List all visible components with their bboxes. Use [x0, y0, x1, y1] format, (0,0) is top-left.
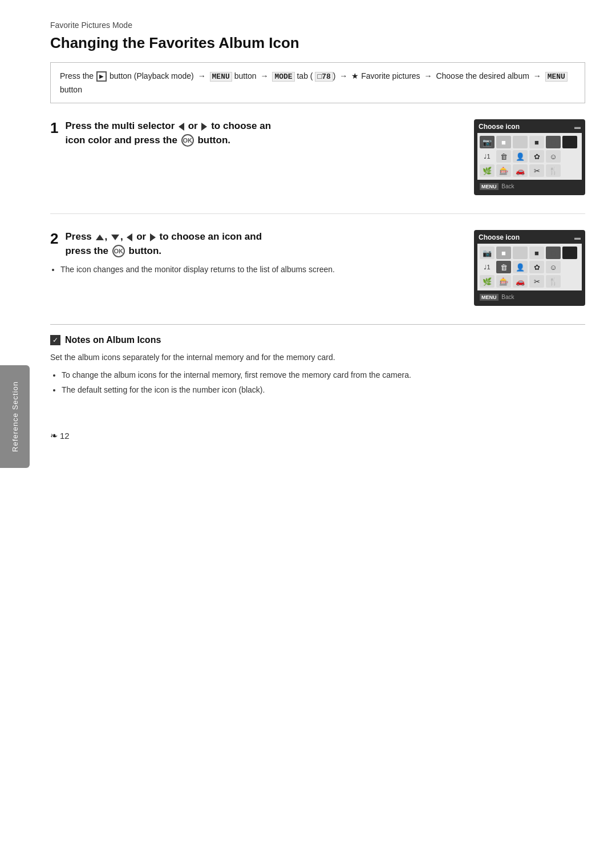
s2-icon-cell-3-1: 🌿	[480, 275, 495, 288]
step-2-text: 2 Press , , or to choose an icon andpres…	[50, 230, 458, 276]
screen-2-footer: MENU Back	[477, 293, 582, 301]
screen-1-row-3: 🌿 🎰 🚗 ✂ 🍴	[480, 164, 579, 177]
notes-bullet-2: The default setting for the icon is the …	[62, 383, 585, 396]
menu-label-1: MENU	[210, 72, 232, 82]
icon-cell-2-1: ♩1	[480, 150, 495, 163]
notes-checkbox-icon: ✓	[50, 335, 60, 345]
notes-section: ✓ Notes on Album Icons Set the album ico…	[50, 324, 585, 396]
step-1-section: 1 Press the multi selector or to choose …	[50, 119, 585, 195]
icon-cell-3-2: 🎰	[496, 164, 511, 177]
step-1-heading: Press the multi selector or to choose an…	[65, 119, 458, 147]
page-footer: ❧ 12	[50, 430, 585, 441]
s2-icon-cell-1-3	[513, 247, 528, 259]
page-title: Changing the Favorites Album Icon	[50, 34, 585, 52]
choose-album-text: Choose the desired album	[436, 71, 531, 80]
s2-icon-cell-2-4: ✿	[529, 261, 544, 273]
step-1-number: 1	[50, 120, 58, 135]
page-wrapper: Reference Section Favorite Pictures Mode…	[0, 0, 616, 848]
tri-left-icon-1	[179, 123, 184, 131]
menu-label-2: MENU	[545, 72, 568, 82]
screen-2-back-text: Back	[501, 294, 514, 300]
notes-header: ✓ Notes on Album Icons	[50, 335, 585, 345]
s2-icon-cell-1-1: 📷	[480, 247, 495, 259]
playback-icon: ▶	[96, 71, 107, 82]
step-2-number: 2	[50, 231, 58, 246]
icon-cell-3-5: 🍴	[546, 164, 561, 177]
icon-cell-1-2: ■	[496, 136, 511, 148]
sidebar-tab: Reference Section	[0, 365, 30, 468]
screen-1-grid: 📷 ■ ■ ■ ■ ♩1 🗑 👤 ✿ ☺	[477, 133, 582, 180]
tri-down-icon	[111, 235, 119, 240]
ok-button-1: OK	[181, 134, 194, 147]
screen-2-row-1: 📷 ■ ■ ■ ■	[480, 247, 579, 259]
notes-title: Notes on Album Icons	[65, 335, 161, 345]
s2-icon-cell-3-3: 🚗	[513, 275, 528, 288]
step-2-left: 2 Press , , or to choose an icon andpres…	[50, 230, 458, 278]
screen-1-title: Choose icon	[479, 123, 520, 131]
step-2-bullet-1: The icon changes and the monitor display…	[60, 264, 458, 276]
tri-up-icon	[96, 235, 104, 240]
icon-cell-3-4: ✂	[529, 164, 544, 177]
section-label: Favorite Pictures Mode	[50, 21, 585, 30]
screen-1-header: Choose icon ▬	[477, 123, 582, 131]
tri-right-icon-2	[150, 233, 156, 241]
s2-icon-cell-2-3: 👤	[513, 261, 528, 273]
step-divider	[50, 213, 585, 214]
main-content: Favorite Pictures Mode Changing the Favo…	[30, 0, 616, 848]
screen-2-header: Choose icon ▬	[477, 233, 582, 241]
s2-icon-cell-1-2: ■	[496, 247, 511, 259]
page-ref: □78	[315, 72, 333, 82]
icon-cell-1-5: ■	[546, 136, 561, 148]
s2-icon-cell-2-5: ☺	[546, 261, 561, 273]
screen-1-row-2: ♩1 🗑 👤 ✿ ☺	[480, 150, 579, 163]
screen-1-menu-text: MENU	[480, 183, 499, 190]
icon-cell-1-4: ■	[529, 136, 544, 148]
s2-icon-cell-1-6: ■	[562, 247, 577, 259]
screen-2-title: Choose icon	[479, 233, 520, 241]
s2-icon-cell-3-2: 🎰	[496, 275, 511, 288]
s2-icon-cell-1-5: ■	[546, 247, 561, 259]
footer-page-number: 12	[60, 431, 70, 441]
screen-1-footer: MENU Back	[477, 182, 582, 191]
s2-icon-cell-3-5: 🍴	[546, 275, 561, 288]
icon-cell-1-6: ■	[562, 136, 577, 148]
battery-icon-2: ▬	[574, 234, 581, 241]
screen-2-menu-text: MENU	[480, 294, 499, 301]
battery-icon-1: ▬	[574, 123, 581, 130]
icon-cell-2-2: 🗑	[496, 150, 511, 163]
screen-1-back-text: Back	[501, 183, 514, 189]
step-2-heading: Press , , or to choose an icon andpress …	[65, 230, 458, 258]
ok-button-2: OK	[112, 245, 125, 257]
icon-cell-3-3: 🚗	[513, 164, 528, 177]
screen-2-grid: 📷 ■ ■ ■ ■ ♩1 🗑 👤 ✿ ☺	[477, 244, 582, 290]
step-1-left: 1 Press the multi selector or to choose …	[50, 119, 458, 147]
screen-2-row-3: 🌿 🎰 🚗 ✂ 🍴	[480, 275, 579, 288]
sidebar: Reference Section	[0, 0, 30, 848]
sidebar-label: Reference Section	[11, 381, 19, 452]
icon-cell-3-1: 🌿	[480, 164, 495, 177]
s2-icon-cell-2-1: ♩1	[480, 261, 495, 273]
step-2-bullets: The icon changes and the monitor display…	[50, 264, 458, 276]
notes-bullet-1: To change the album icons for the intern…	[62, 369, 585, 381]
icon-cell-2-5: ☺	[546, 150, 561, 163]
s2-icon-cell-2-2: 🗑	[496, 261, 511, 273]
mode-label: MODE	[272, 72, 294, 82]
s2-icon-cell-3-4: ✂	[529, 275, 544, 288]
icon-cell-2-4: ✿	[529, 150, 544, 163]
notes-list: To change the album icons for the intern…	[50, 369, 585, 397]
step-2-section: 2 Press , , or to choose an icon andpres…	[50, 230, 585, 306]
s2-icon-cell-1-4: ■	[529, 247, 544, 259]
icon-cell-1-3	[513, 136, 528, 148]
footer-link-icon: ❧	[50, 430, 58, 441]
icon-cell-1-1: 📷	[480, 136, 495, 148]
tri-left-icon-2	[127, 233, 132, 241]
notes-body: Set the album icons separately for the i…	[50, 351, 585, 364]
tri-right-icon-1	[201, 123, 207, 131]
camera-screen-2: Choose icon ▬ 📷 ■ ■ ■ ■ ♩1	[474, 230, 585, 306]
nav-path-box: Press the ▶ button (Playback mode) → MEN…	[50, 62, 585, 103]
step-1-text: 1 Press the multi selector or to choose …	[50, 119, 458, 147]
screen-2-row-2: ♩1 🗑 👤 ✿ ☺	[480, 261, 579, 273]
camera-screen-1: Choose icon ▬ 📷 ■ ■ ■ ■ ♩1	[474, 119, 585, 195]
screen-1-row-1: 📷 ■ ■ ■ ■	[480, 136, 579, 148]
icon-cell-2-3: 👤	[513, 150, 528, 163]
